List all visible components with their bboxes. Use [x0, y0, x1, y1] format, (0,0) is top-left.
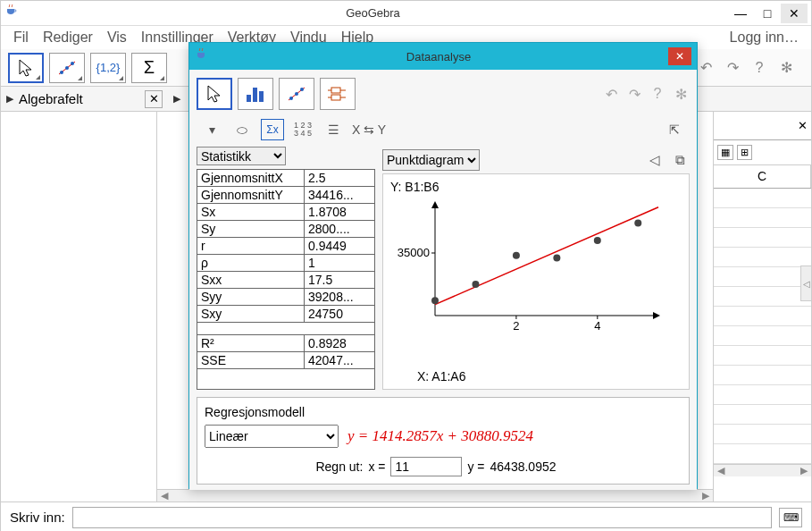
stat-row: Sy2800....	[197, 221, 374, 238]
dlg-redo[interactable]: ↷	[625, 85, 643, 103]
login-link[interactable]: Logg inn…	[724, 28, 804, 47]
arrow-icon	[16, 58, 36, 78]
stat-row: Syy39208...	[197, 289, 374, 306]
stats-table: GjennomsnittX2.5GjennomsnittY34416...Sx1…	[197, 169, 375, 390]
y-axis-label: Y: B1:B6	[390, 180, 682, 194]
minimize-button[interactable]: —	[727, 4, 754, 23]
command-input[interactable]	[72, 507, 772, 528]
dlg-swap-xy[interactable]: X ⇆ Y	[352, 119, 386, 140]
calc-label: Regn ut:	[315, 459, 363, 474]
maximize-button[interactable]: □	[754, 4, 781, 23]
x-equals-label: x =	[368, 459, 385, 474]
stat-key: ρ	[197, 255, 305, 271]
spreadsheet-rows[interactable]	[714, 189, 811, 464]
x-input[interactable]	[390, 457, 462, 476]
grid-icon[interactable]: ▦	[717, 145, 733, 160]
keyboard-icon[interactable]: ⌨	[779, 508, 802, 527]
algebra-close[interactable]: ✕	[145, 90, 163, 108]
stat-value: 2800....	[305, 221, 374, 237]
dlg-rows[interactable]: ☰	[322, 119, 345, 140]
grid-icon-2[interactable]: ⊞	[737, 145, 752, 160]
svg-point-29	[553, 255, 560, 262]
spreadsheet-close[interactable]: ✕	[798, 119, 808, 132]
stat-key: Syy	[197, 289, 305, 305]
table-row	[714, 228, 811, 248]
redo-button[interactable]: ↷	[724, 59, 741, 77]
scroll-right[interactable]: ▶	[699, 490, 713, 502]
regression-type-dropdown[interactable]: Lineær	[205, 425, 339, 448]
dlg-tool-histogram[interactable]	[238, 78, 273, 110]
spreadsheet-panel: ✕ ▦ ⊞ C	[713, 112, 811, 502]
svg-point-10	[300, 88, 304, 91]
svg-rect-4	[247, 95, 251, 102]
chart-column: Punktdiagram ◁ ⧉ Y: B1:B6 2435000 X: A1:…	[382, 147, 690, 390]
dialog-close-button[interactable]: ✕	[668, 47, 691, 65]
help-button[interactable]: ?	[750, 59, 768, 77]
algebra-panel-label: Algebrafelt	[19, 91, 83, 106]
stats-dropdown[interactable]: Statistikk	[197, 147, 286, 165]
sheet-scroll-right[interactable]: ▶	[797, 465, 811, 476]
tool-move[interactable]	[8, 53, 44, 83]
stat-value: 0.9449	[305, 238, 374, 254]
menu-view[interactable]: Vis	[102, 28, 132, 47]
main-window: GeoGebra — □ ✕ Fil Rediger Vis Innstilli…	[0, 0, 812, 531]
stat-row: ρ1	[197, 255, 374, 272]
chart-type-dropdown[interactable]: Punktdiagram	[382, 149, 480, 171]
dialog-titlebar[interactable]: Dataanalyse ✕	[189, 43, 697, 70]
table-row	[714, 307, 811, 326]
svg-text:35000: 35000	[398, 246, 430, 259]
titlebar: GeoGebra — □ ✕	[1, 1, 811, 26]
dlg-tool-move[interactable]	[197, 78, 232, 110]
tool-set[interactable]: {1,2}	[90, 53, 126, 83]
dlg-tool-boxplot[interactable]	[320, 78, 356, 110]
stat-key: r	[197, 238, 305, 254]
dlg-help[interactable]: ?	[649, 85, 666, 103]
svg-point-1	[60, 71, 63, 74]
svg-rect-6	[259, 91, 264, 102]
table-row	[714, 208, 811, 228]
table-row	[714, 267, 811, 287]
collapse-toggle-2[interactable]: ▶	[173, 93, 180, 105]
dlg-undo[interactable]: ↶	[602, 85, 620, 103]
stat-value: 2.5	[305, 170, 374, 186]
side-handle[interactable]: ◁	[800, 266, 811, 301]
dialog-toolbar: ↶ ↷ ? ✻	[197, 75, 690, 113]
sheet-scroll-left[interactable]: ◀	[714, 465, 728, 476]
collapse-toggle[interactable]: ▶	[6, 93, 13, 105]
settings-button[interactable]: ✻	[777, 59, 795, 77]
scroll-left[interactable]: ◀	[157, 490, 172, 502]
input-label: Skriv inn:	[10, 510, 65, 525]
stat-value: 17.5	[305, 272, 374, 288]
dlg-sigma-x[interactable]: Σx	[261, 119, 284, 140]
window-title: GeoGebra	[19, 6, 727, 20]
stat-value: 42047...	[305, 352, 374, 368]
stat-value: 34416...	[305, 187, 374, 203]
input-bar: Skriv inn: ⌨	[1, 502, 811, 531]
tool-sigma[interactable]: Σ	[131, 53, 167, 83]
chart-popout[interactable]: ⧉	[670, 151, 690, 169]
stat-row: SSE42047...	[197, 352, 374, 369]
menu-edit[interactable]: Rediger	[38, 28, 98, 47]
stat-key: Sx	[197, 204, 305, 220]
algebra-panel	[1, 112, 157, 502]
set-label: {1,2}	[96, 61, 121, 74]
chart-prev[interactable]: ◁	[645, 151, 665, 169]
dlg-lasso[interactable]: ⬭	[230, 119, 254, 140]
stat-key: Sy	[197, 221, 305, 237]
dlg-123[interactable]: 1 2 33 4 5	[291, 119, 314, 140]
dlg-settings[interactable]: ✻	[672, 85, 690, 103]
close-button[interactable]: ✕	[781, 4, 808, 23]
table-row	[714, 189, 811, 208]
svg-rect-5	[253, 88, 257, 102]
chart-area[interactable]: Y: B1:B6 2435000 X: A1:A6	[382, 173, 690, 390]
menu-file[interactable]: Fil	[8, 28, 34, 47]
stats-column: Statistikk GjennomsnittX2.5GjennomsnittY…	[197, 147, 375, 390]
dlg-tool-scatter[interactable]	[279, 78, 314, 110]
dlg-export[interactable]: ⇱	[663, 119, 686, 140]
undo-button[interactable]: ↶	[697, 59, 715, 77]
tool-points[interactable]	[49, 53, 85, 83]
svg-point-28	[513, 252, 520, 259]
column-header-c[interactable]: C	[714, 165, 811, 188]
sigma-label: Σ	[144, 57, 155, 78]
dlg-options-toggle[interactable]: ▾	[200, 119, 223, 140]
